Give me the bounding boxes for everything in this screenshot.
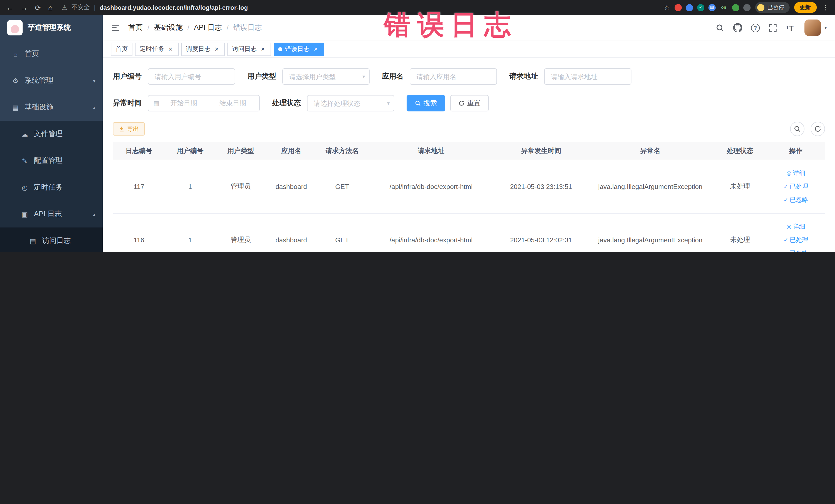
sidebar-item-config-mgmt[interactable]: ✎配置管理: [0, 147, 103, 174]
process-status-select[interactable]: [307, 95, 394, 112]
sidebar-item-label: 访问日志: [42, 236, 96, 245]
tab-error-log[interactable]: 错误日志×: [273, 42, 324, 56]
reload-icon[interactable]: ⟳: [35, 3, 41, 12]
search-icon[interactable]: [715, 23, 724, 32]
action-processed-link[interactable]: ✓已处理: [768, 233, 824, 246]
warning-icon: ⚠: [62, 4, 67, 11]
bookmark-star-icon[interactable]: ☆: [664, 4, 670, 11]
action-label: 已处理: [790, 233, 808, 246]
close-icon[interactable]: ×: [312, 45, 319, 53]
forward-icon[interactable]: →: [21, 3, 28, 12]
infra-icon: ▤: [11, 103, 20, 111]
tab-home[interactable]: 首页: [111, 42, 133, 56]
column-header: 请求方法名: [317, 142, 368, 160]
sidebar-item-system-mgmt[interactable]: ⚙系统管理▾: [0, 67, 103, 94]
browser-menu-icon[interactable]: ⋮: [822, 4, 829, 11]
user-id-input[interactable]: [148, 68, 235, 85]
hamburger-icon[interactable]: [111, 23, 120, 32]
extension-on-badge-icon[interactable]: on: [719, 4, 728, 11]
action-processed-link[interactable]: ✓已处理: [768, 180, 824, 193]
calendar-icon: ▦: [154, 100, 159, 107]
export-button[interactable]: 导出: [113, 122, 145, 136]
extension-green-plant-icon[interactable]: [732, 4, 739, 11]
cell-app-name: dashboard: [266, 213, 317, 252]
address-separator: |: [94, 4, 96, 11]
table-body: 1171管理员dashboardGET/api/infra/db-doc/exp…: [113, 160, 825, 252]
extension-teal-check-icon[interactable]: ✓: [697, 4, 704, 11]
sidebar: 芋道管理系统 ⌂首页⚙系统管理▾▤基础设施▴☁文件管理✎配置管理◴定时任务▣AP…: [0, 15, 103, 252]
cell-user-type: 管理员: [216, 160, 266, 213]
action-detail-link[interactable]: ◎详细: [768, 166, 824, 180]
column-header: 操作: [767, 142, 825, 160]
cell-status: 未处理: [713, 213, 767, 252]
cell-user-type: 管理员: [216, 213, 266, 252]
breadcrumb-item[interactable]: 首页: [128, 23, 143, 32]
back-icon[interactable]: ←: [6, 3, 13, 12]
reset-button[interactable]: 重置: [450, 95, 489, 112]
sidebar-item-access-log[interactable]: ▤访问日志: [0, 227, 103, 252]
cell-actions: ◎详细✓已处理✓已忽略: [767, 213, 825, 252]
close-icon[interactable]: ×: [167, 45, 174, 53]
user-menu[interactable]: ▾: [805, 20, 827, 36]
browser-home-icon[interactable]: ⌂: [48, 3, 53, 12]
cell-user-id: 1: [165, 213, 216, 252]
toggle-search-button[interactable]: [790, 122, 804, 136]
action-detail-link[interactable]: ◎详细: [768, 220, 824, 233]
extension-blue-drop-icon[interactable]: [686, 4, 693, 11]
sidebar-item-home[interactable]: ⌂首页: [0, 41, 103, 67]
font-size-icon[interactable]: TT: [786, 24, 794, 32]
user-type-select[interactable]: [282, 68, 370, 85]
action-label: 详细: [793, 220, 805, 233]
sidebar-menu: ⌂首页⚙系统管理▾▤基础设施▴☁文件管理✎配置管理◴定时任务▣API 日志▴▤访…: [0, 41, 103, 252]
eye-icon: ◎: [787, 166, 791, 180]
start-date-placeholder: 开始日期: [162, 99, 205, 108]
tab-label: 调度日志: [186, 45, 210, 54]
logo[interactable]: 芋道管理系统: [0, 15, 103, 41]
config-mgmt-icon: ✎: [21, 157, 29, 165]
cell-status: 未处理: [713, 160, 767, 213]
action-ignored-link[interactable]: ✓已忽略: [768, 246, 824, 252]
paused-label: 已暂停: [767, 4, 784, 11]
extension-red-icon[interactable]: [674, 4, 681, 11]
column-header: 处理状态: [713, 142, 767, 160]
search-button[interactable]: 搜索: [407, 95, 445, 112]
action-ignored-link[interactable]: ✓已忽略: [768, 193, 824, 206]
update-button[interactable]: 更新: [794, 2, 816, 13]
sidebar-item-api-log[interactable]: ▣API 日志▴: [0, 201, 103, 227]
logo-rabbit-icon: [7, 20, 23, 36]
refresh-icon: [814, 125, 821, 133]
request-url-input[interactable]: [544, 68, 631, 85]
close-icon[interactable]: ×: [213, 45, 220, 53]
breadcrumb-item[interactable]: 基础设施: [154, 23, 183, 32]
app-name-input[interactable]: [410, 68, 497, 85]
error-log-table: 日志编号用户编号用户类型应用名请求方法名请求地址异常发生时间异常名处理状态操作 …: [113, 142, 825, 252]
paused-extension-button[interactable]: 已暂停: [755, 2, 789, 13]
tab-schedule-log[interactable]: 调度日志×: [181, 42, 225, 56]
tab-access-log[interactable]: 访问日志×: [227, 42, 271, 56]
sidebar-item-label: 首页: [25, 49, 96, 59]
breadcrumb-item[interactable]: API 日志: [194, 23, 222, 32]
action-label: 已忽略: [790, 193, 808, 206]
extension-blue-grid-icon[interactable]: ▦: [708, 4, 715, 11]
close-icon[interactable]: ×: [259, 45, 266, 53]
fullscreen-icon[interactable]: [768, 23, 777, 32]
sidebar-item-label: 基础设施: [25, 103, 88, 112]
exception-time-range-picker[interactable]: ▦ 开始日期 - 结束日期: [148, 95, 260, 112]
sidebar-item-infra[interactable]: ▤基础设施▴: [0, 94, 103, 121]
sidebar-item-cron-job[interactable]: ◴定时任务: [0, 174, 103, 201]
eye-icon: ◎: [787, 220, 791, 233]
chevron-down-icon: ▾: [93, 78, 96, 83]
github-icon[interactable]: [733, 23, 742, 32]
refresh-button[interactable]: [810, 122, 825, 136]
cell-user-id: 1: [165, 160, 216, 213]
tab-cron-job[interactable]: 定时任务×: [135, 42, 179, 56]
table-row: 1161管理员dashboardGET/api/infra/db-doc/exp…: [113, 213, 825, 252]
address-bar[interactable]: ⚠ 不安全 | dashboard.yudao.iocoder.cn/infra…: [62, 3, 664, 12]
sidebar-item-file-mgmt[interactable]: ☁文件管理: [0, 121, 103, 147]
check-icon: ✓: [783, 180, 788, 193]
cell-exception-name: java.lang.IllegalArgumentException: [588, 213, 713, 252]
column-header: 请求地址: [368, 142, 495, 160]
help-icon[interactable]: ?: [751, 23, 759, 32]
action-label: 已忽略: [790, 246, 808, 252]
extension-paw-icon[interactable]: [743, 4, 750, 11]
